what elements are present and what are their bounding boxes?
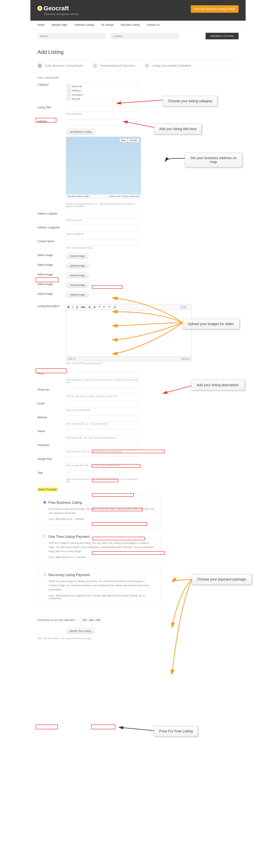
list-ol-icon[interactable]: ≣ [93, 306, 96, 309]
label-lat: Address Latitude [37, 212, 66, 221]
total-label: Total price as per your selection. * [37, 619, 77, 622]
callout-package: Choose your payment package. [192, 574, 252, 585]
label-image: Select Image [37, 282, 66, 288]
row-image-2: Select ImageUpload Image [37, 263, 239, 268]
bold-icon[interactable]: B [67, 306, 70, 309]
row-description: Listing Description* B I U ABC ≣ ≣ ❝ ↶ ↷ [37, 304, 239, 365]
hint-website: Enter website URL. eg. : http://domain.c… [66, 423, 139, 425]
cat-option[interactable]: Marriott [67, 96, 137, 101]
address-input[interactable] [66, 119, 139, 126]
richtext-editor[interactable]: B I U ABC ≣ ≣ ❝ ↶ ↷ 🔗 HTML [66, 304, 192, 361]
package-radio[interactable] [44, 573, 46, 576]
label-twitter: Twitter [37, 429, 66, 439]
cat-checkbox[interactable] [67, 89, 71, 91]
label-description: Listing Description* [37, 304, 66, 365]
steps: 1 Enter Business Listing Details 2 Previ… [37, 60, 239, 71]
italic-icon[interactable]: I [73, 306, 73, 309]
website-input[interactable] [66, 415, 139, 422]
row-image-1: Select ImageUpload Image [37, 253, 239, 259]
twitter-input[interactable] [66, 429, 139, 436]
nav-all[interactable]: All Listings [101, 23, 114, 26]
email-input[interactable] [66, 401, 139, 408]
content: Add Listing 1 Enter Business Listing Det… [30, 43, 246, 653]
editor-path: Path: p [68, 358, 75, 360]
editor-toolbar: B I U ABC ≣ ≣ ❝ ↶ ↷ 🔗 HTML [66, 304, 191, 310]
row-image-5: Select ImageUpload Image [37, 292, 239, 298]
nav-featured[interactable]: Featured Listings [74, 23, 94, 26]
row-lat: Address Latitude Address latitude [37, 212, 239, 221]
redo-icon[interactable]: ↷ [108, 306, 110, 309]
editor-body[interactable] [66, 310, 191, 356]
category-multiselect[interactable]: Select All Holidays Innovation Marriott [66, 83, 139, 101]
tags-input[interactable] [66, 471, 139, 477]
cat-checkbox[interactable] [67, 93, 71, 96]
title-input[interactable] [66, 105, 139, 112]
map-widget[interactable]: Map Satellite Map data ©2013 Google Term… [66, 137, 141, 198]
hint-lat: Address latitude [66, 219, 139, 221]
time-input[interactable] [66, 371, 139, 378]
editor-words: Words:0 [182, 358, 190, 360]
hint-time: Enter Business or Listing Timing Informa… [66, 379, 139, 383]
package-desc: Small recurring charge for placing your … [49, 579, 155, 591]
cat-checkbox[interactable] [67, 97, 71, 100]
cat-option[interactable]: Holidays [67, 88, 137, 92]
nav-add[interactable]: Add New Listing [120, 23, 140, 26]
label-title: Listing Title* [37, 105, 66, 115]
upload-image-button[interactable]: Upload Image [66, 272, 89, 278]
package-radio[interactable] [44, 501, 46, 504]
package-onetime[interactable]: One Time Listing Payment One time charge… [37, 530, 161, 564]
package-title: Free Business Listing [49, 501, 82, 504]
link-icon[interactable]: 🔗 [113, 306, 116, 309]
package-recurring[interactable]: Recurring Listing Payment Small recurrin… [37, 568, 161, 604]
undo-icon[interactable]: ↶ [103, 306, 105, 309]
facebook-input[interactable] [66, 443, 139, 450]
map-report[interactable]: Report a map error [122, 195, 139, 197]
underline-icon[interactable]: U [76, 306, 78, 309]
map-mode-map[interactable]: Map [119, 138, 128, 143]
cat-option[interactable]: Select All [67, 84, 137, 88]
row-gplus: Google PlusEnter Google plus URL. eg. : … [37, 457, 239, 467]
html-toggle[interactable]: HTML [180, 306, 188, 309]
contact-input[interactable] [66, 239, 139, 246]
search-button[interactable]: SEARCH LISTING [205, 33, 239, 39]
cat-checkbox[interactable] [67, 84, 71, 87]
nav-contact[interactable]: Contact Us [146, 23, 160, 26]
step-3-text: Listing Successfully Submitted [152, 64, 191, 67]
hint-lng: Address longitude [66, 233, 139, 235]
upload-image-button[interactable]: Upload Image [66, 292, 89, 298]
row-lng: Address Longitude Address longitude [37, 225, 239, 235]
row-email: Email*Enter your email address. [37, 401, 239, 411]
label-address: Address [37, 119, 66, 208]
package-free[interactable]: Free Business Listing No Charge for plac… [37, 496, 161, 525]
set-address-button[interactable]: Set Address on Map [66, 129, 95, 134]
brand-name: Geocraft [44, 5, 69, 12]
label-tags: Tags [37, 471, 66, 483]
gplus-input[interactable] [66, 457, 139, 463]
location-input[interactable] [110, 33, 179, 39]
hint-title: Enter listing title. [66, 113, 139, 115]
lat-input[interactable] [66, 212, 139, 218]
callout-price: Price For Free Listing [154, 726, 198, 737]
nav-sample[interactable]: Sample Page [51, 23, 67, 26]
post-listing-button[interactable]: Post Your Business Listing at A$26 [191, 5, 239, 13]
phone-input[interactable] [66, 388, 139, 394]
list-ul-icon[interactable]: ≣ [88, 306, 91, 309]
package-meta: Cost : A$0 Valid Up to : 4 Months [49, 518, 155, 520]
review-listing-button[interactable]: Review Your Listing [66, 628, 94, 634]
upload-image-button[interactable]: Upload Image [66, 263, 89, 268]
row-twitter: TwitterEnter twitter URL. eg. : http://t… [37, 429, 239, 439]
lng-input[interactable] [66, 225, 139, 232]
label-image: Select Image [37, 253, 66, 259]
callout-images: Upload your images for slider. [183, 319, 240, 329]
upload-image-button[interactable]: Upload Image [66, 282, 89, 288]
nav-home[interactable]: Home [37, 23, 45, 26]
upload-image-button[interactable]: Upload Image [66, 253, 89, 259]
row-image-4: Select ImageUpload Image [37, 282, 239, 288]
search-input[interactable] [37, 33, 106, 39]
quote-icon[interactable]: ❝ [99, 306, 100, 309]
map-mode-satellite[interactable]: Satellite [128, 138, 139, 143]
strike-icon[interactable]: ABC [81, 306, 86, 308]
map-tou[interactable]: Terms of Use [109, 195, 121, 197]
package-radio[interactable] [44, 535, 46, 538]
cat-option[interactable]: Innovation [67, 92, 137, 96]
